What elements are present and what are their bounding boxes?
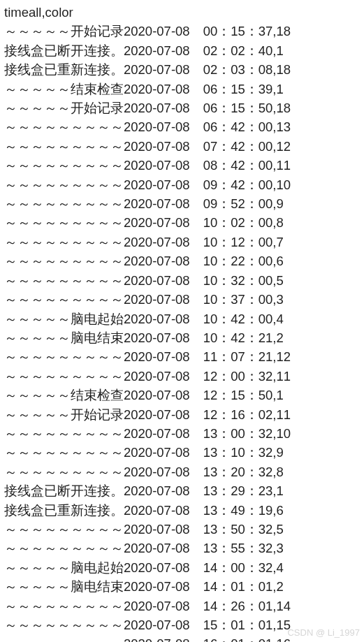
log-row: ～～～～～～～～～2020-07-08 10：22：00,6: [4, 251, 360, 270]
log-row: ～～～～～～～～～2020-07-08 10：12：00,7: [4, 233, 360, 251]
log-row: ～～～～～结束检查2020-07-08 06：15：39,1: [4, 80, 360, 99]
log-row: ～～～～～～～～～2020-07-08 12：00：32,11: [4, 367, 360, 386]
log-row: ～～～～～开始记录2020-07-08 00：15：37,18: [4, 22, 360, 41]
log-row: ～～～～～～～～～2020-07-08 06：42：00,13: [4, 117, 360, 136]
log-row: ～～～～～脑电起始2020-07-08 14：00：32,4: [4, 558, 360, 577]
log-row: ～～～～～脑电结束2020-07-08 10：42：21,2: [4, 328, 360, 347]
log-row: ～～～～～～～～～2020-07-08 10：32：00,5: [4, 271, 360, 290]
log-row: ～～～～～～～～～2020-07-08 07：42：00,12: [4, 137, 360, 156]
log-row: ～～～～～～～～～2020-07-08 09：52：00,9: [4, 194, 360, 213]
log-row: 接线盒已重新连接。2020-07-08 13：49：19,6: [4, 501, 360, 520]
log-row: ～～～～～～～～～2020-07-08 13：20：32,8: [4, 462, 360, 481]
log-row: ～～～～～～～～～2020-07-08 13：00：32,10: [4, 424, 360, 443]
log-row: ～～～～～～～～～2020-07-08 10：37：00,3: [4, 290, 360, 309]
log-row: ～～～～～脑电起始2020-07-08 10：42：00,4: [4, 309, 360, 328]
log-row: 接线盒已重新连接。2020-07-08 02：03：08,18: [4, 60, 360, 79]
header-line: timeall,color: [4, 3, 360, 22]
log-row: ～～～～～～～～～2020-07-08 10：02：00,8: [4, 213, 360, 232]
watermark: CSDN @ Li_1997: [287, 627, 360, 638]
log-row: ～～～～～开始记录2020-07-08 12：16：02,11: [4, 405, 360, 424]
log-row: ～～～～～～～～～2020-07-08 13：10：32,9: [4, 443, 360, 462]
log-row: 接线盒已断开连接。2020-07-08 02：02：40,1: [4, 41, 360, 60]
log-row: ～～～～～～～～～2020-07-08 14：26：01,14: [4, 597, 360, 615]
log-row: ～～～～～脑电结束2020-07-08 14：01：01,2: [4, 577, 360, 596]
log-row: ～～～～～～～～～2020-07-08 13：50：32,5: [4, 520, 360, 539]
log-row: ～～～～～～～～～2020-07-08 09：42：00,10: [4, 175, 360, 194]
log-row: ～～～～～结束检查2020-07-08 12：15：50,1: [4, 386, 360, 404]
log-row: ～～～～～～～～～2020-07-08 13：55：32,3: [4, 539, 360, 557]
log-output: timeall,color ～～～～～开始记录2020-07-08 00：15：…: [0, 0, 364, 642]
log-row: ～～～～～开始记录2020-07-08 06：15：50,18: [4, 99, 360, 117]
log-row: ～～～～～～～～～2020-07-08 08：42：00,11: [4, 156, 360, 175]
log-row: ～～～～～～～～～2020-07-08 11：07：21,12: [4, 347, 360, 366]
rows-container: ～～～～～开始记录2020-07-08 00：15：37,18接线盒已断开连接。…: [4, 22, 360, 642]
log-row: 接线盒已断开连接。2020-07-08 13：29：23,1: [4, 481, 360, 500]
